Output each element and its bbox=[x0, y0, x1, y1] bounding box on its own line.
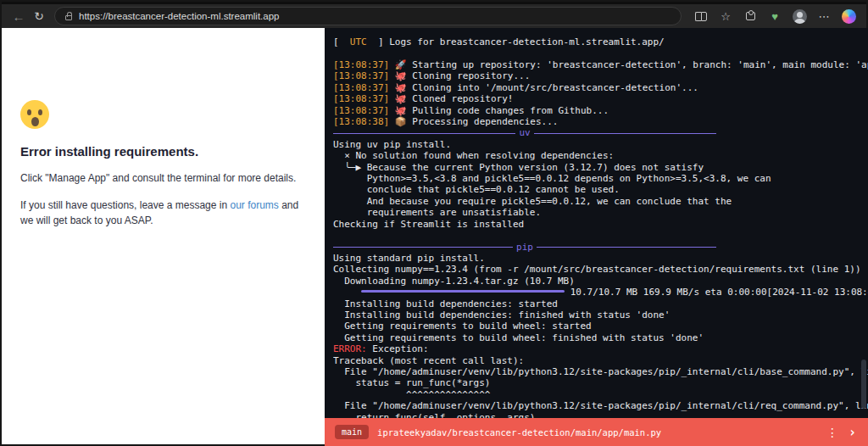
browser-window: ← ↻ https://breastcancer-detection-ml.st… bbox=[0, 0, 868, 446]
error-panel: Error installing requirements. Click "Ma… bbox=[0, 28, 325, 446]
browser-toolbar: ← ↻ https://breastcancer-detection-ml.st… bbox=[0, 4, 868, 28]
terminal-line: Traceback (most recent call last): bbox=[333, 355, 868, 366]
branch-badge: main bbox=[335, 425, 369, 439]
copilot-icon[interactable] bbox=[837, 5, 860, 27]
timezone-label: UTC bbox=[339, 36, 378, 47]
terminal-line: conclude that pickle5==0.0.12 cannot be … bbox=[333, 184, 868, 195]
terminal-line: Checking if Streamlit is installed bbox=[333, 219, 868, 230]
terminal-line bbox=[333, 230, 868, 241]
terminal-line: ERROR: Exception: bbox=[333, 343, 868, 354]
refresh-button[interactable]: ↻ bbox=[29, 6, 49, 26]
extensions-icon[interactable] bbox=[739, 5, 761, 27]
more-menu-icon[interactable]: ⋯ bbox=[813, 5, 835, 27]
address-bar[interactable]: https://breastcancer-detection-ml.stream… bbox=[54, 7, 682, 25]
utc-toggle[interactable]: [ UTC ] bbox=[333, 36, 384, 47]
app-status-bar: main iprateekyadav/breastcancer-detectio… bbox=[325, 418, 868, 446]
toolbar-icons: ☆♥⋯ bbox=[690, 5, 860, 27]
terminal-line: Collecting numpy==1.23.4 (from -r /mount… bbox=[333, 264, 868, 275]
terminal-line: File "/home/adminuser/venv/lib/python3.1… bbox=[333, 400, 868, 411]
error-help: If you still have questions, leave a mes… bbox=[20, 198, 308, 228]
terminal-line: File "/home/adminuser/venv/lib/python3.1… bbox=[333, 366, 868, 377]
terminal-line: Installing build dependencies: finished … bbox=[333, 309, 868, 321]
terminal-line: Getting requirements to build wheel: sta… bbox=[333, 321, 868, 332]
url-text: https://breastcancer-detection-ml.stream… bbox=[79, 11, 280, 21]
terminal-line: ^^^^^^^^^^^^^^^ bbox=[333, 389, 868, 400]
terminal-line: [13:08:37] 🐙 Pulling code changes from G… bbox=[333, 105, 868, 116]
terminal-line: Using uv pip install. bbox=[333, 139, 868, 150]
error-help-text: If you still have questions, leave a mes… bbox=[20, 199, 230, 211]
lock-icon[interactable] bbox=[65, 15, 72, 20]
error-instruction: Click "Manage App" and consult the termi… bbox=[20, 170, 308, 186]
terminal-line: [13:08:37] 🐙 Cloning repository... bbox=[333, 70, 868, 81]
terminal-line: Using standard pip install. bbox=[333, 253, 868, 264]
frowning-face-emoji bbox=[20, 100, 49, 129]
page-content: Error installing requirements. Click "Ma… bbox=[0, 28, 868, 446]
favorites-star-icon[interactable]: ☆ bbox=[715, 5, 737, 27]
error-title: Error installing requirements. bbox=[20, 144, 308, 159]
back-button[interactable]: ← bbox=[8, 6, 29, 26]
terminal-title: Logs for breastcancer-detection-ml.strea… bbox=[384, 36, 665, 47]
terminal-line: Getting requirements to build wheel: fin… bbox=[333, 332, 868, 343]
kebab-menu-icon[interactable]: ⋮ bbox=[825, 426, 840, 439]
profile-avatar[interactable] bbox=[788, 5, 810, 27]
terminal-line: 10.7/10.7 MB 169.9 MB/s eta 0:00:00[2024… bbox=[333, 287, 868, 298]
terminal-line: [13:08:37] 🐙 Cloned repository! bbox=[333, 93, 868, 104]
terminal-line: Python>=3.5,<3.8 and pickle5==0.0.12 dep… bbox=[333, 173, 868, 184]
terminal-panel: [ UTC ] Logs for breastcancer-detection-… bbox=[325, 28, 868, 446]
chevron-right-icon[interactable]: › bbox=[849, 425, 858, 440]
terminal-line: ╰─▶ Because the current Python version (… bbox=[333, 162, 868, 173]
terminal-line: × No solution found when resolving depen… bbox=[333, 150, 868, 161]
terminal-header: [ UTC ] Logs for breastcancer-detection-… bbox=[325, 28, 868, 47]
terminal-line: status = run_func(*args) bbox=[333, 377, 868, 388]
terminal-line: Downloading numpy-1.23.4.tar.gz (10.7 MB… bbox=[333, 276, 868, 287]
terminal-line: [13:08:37] 🐙 Cloning into '/mount/src/br… bbox=[333, 82, 868, 93]
terminal-line: [13:08:38] 📦 Processing dependencies... bbox=[333, 116, 868, 127]
terminal-line: Installing build dependencies: started bbox=[333, 298, 868, 309]
browser-chrome: ← ↻ https://breastcancer-detection-ml.st… bbox=[0, 0, 868, 28]
terminal-scrollbar[interactable] bbox=[861, 360, 866, 409]
forums-link[interactable]: our forums bbox=[230, 199, 278, 211]
essentials-heart-icon[interactable]: ♥ bbox=[764, 5, 786, 27]
app-path: iprateekyadav/breastcancer-detection/mai… bbox=[377, 427, 816, 438]
terminal-line: pip bbox=[333, 242, 716, 253]
terminal-line: requirements are unsatisfiable. bbox=[333, 207, 868, 218]
terminal-log[interactable]: [13:08:37] 🚀 Starting up repository: 'br… bbox=[325, 47, 868, 423]
split-screen-icon[interactable] bbox=[690, 5, 712, 27]
terminal-line: And because you require pickle5==0.0.12,… bbox=[333, 196, 868, 207]
terminal-line: [13:08:37] 🚀 Starting up repository: 'br… bbox=[333, 59, 868, 70]
terminal-line: uv bbox=[333, 127, 716, 138]
